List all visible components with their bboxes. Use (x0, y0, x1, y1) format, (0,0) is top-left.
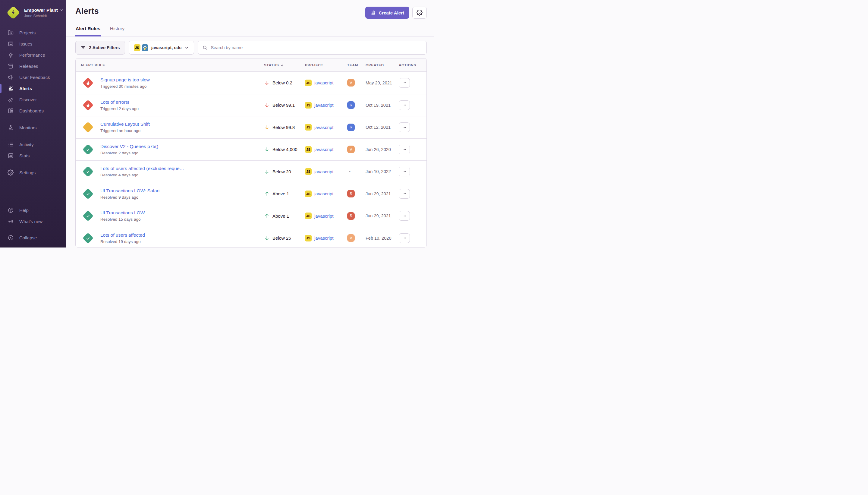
status-cell: Below 0.2 (264, 80, 305, 86)
team-cell: V (347, 234, 366, 242)
search-input[interactable] (211, 45, 422, 50)
team-avatar[interactable]: R (347, 101, 355, 109)
column-header-project: PROJECT (305, 63, 347, 67)
table-header-row: ALERT RULESTATUSPROJECTTEAMCREATEDACTION… (76, 58, 427, 72)
team-avatar[interactable]: S (347, 190, 355, 198)
team-avatar[interactable]: S (347, 212, 355, 220)
alert-rule-link[interactable]: Lots of users affected (100, 233, 145, 238)
team-avatar[interactable]: V (347, 234, 355, 242)
project-link[interactable]: javascript (314, 102, 333, 108)
sidebar-item-user-feedback[interactable]: User Feedback (0, 72, 66, 83)
team-avatar[interactable]: V (347, 146, 355, 153)
flame-icon (83, 77, 94, 88)
team-cell: R (347, 101, 366, 109)
table-row: UI Transactions LOW Resolved 15 days ago… (76, 205, 427, 227)
sidebar-item-dashboards[interactable]: Dashboards (0, 105, 66, 116)
project-link[interactable]: javascript (314, 214, 333, 219)
gear-icon (417, 10, 422, 16)
main-content: Alerts Create Alert Alert Rules History … (66, 0, 434, 248)
collapse-icon (7, 235, 14, 241)
created-date: May 29, 2021 (366, 81, 399, 85)
tab-alert-rules[interactable]: Alert Rules (75, 24, 101, 36)
row-actions-button[interactable] (399, 145, 410, 154)
check-icon (83, 233, 94, 243)
row-actions-button[interactable] (399, 233, 410, 243)
tab-history[interactable]: History (110, 24, 125, 36)
sidebar-item-performance[interactable]: Performance (0, 49, 66, 61)
alert-rule-link[interactable]: UI Transactions LOW (100, 210, 145, 216)
sidebar-item-label: Projects (19, 30, 36, 35)
no-team-dash: - (347, 169, 350, 174)
team-avatar[interactable]: R (347, 124, 355, 131)
arrow-down-icon (264, 147, 270, 152)
sidebar-item-releases[interactable]: Releases (0, 61, 66, 72)
alert-rule-link[interactable]: Lots of errors! (100, 100, 139, 105)
alert-rule-link[interactable]: Cumulative Layout Shift (100, 121, 150, 127)
sidebar-item-label: Help (19, 208, 29, 213)
arrow-up-icon (264, 191, 270, 197)
team-avatar[interactable]: V (347, 79, 355, 86)
project-link[interactable]: javascript (314, 80, 333, 85)
row-actions-button[interactable] (399, 167, 410, 176)
column-header-team: TEAM (347, 63, 366, 67)
sidebar-item-monitors[interactable]: Monitors (0, 122, 66, 133)
status-cell: Above 1 (264, 191, 305, 197)
created-date: Jun 29, 2021 (366, 191, 399, 196)
sidebar-item-settings[interactable]: Settings (0, 167, 66, 178)
create-alert-button[interactable]: Create Alert (365, 7, 409, 19)
org-switcher[interactable]: Empower Plant Jane Schmidt (0, 0, 66, 19)
row-actions-button[interactable] (399, 211, 410, 221)
sidebar-item-what-s-new[interactable]: What's new (0, 216, 66, 227)
siren-icon (370, 10, 376, 16)
nav-section: Monitors (0, 122, 66, 133)
alert-rule-link[interactable]: Lots of users affected (excludes reque… (100, 166, 184, 171)
filters-row: 2 Active Filters JS javascript, cdc (66, 36, 434, 54)
column-header-actions: ACTIONS (399, 63, 422, 67)
javascript-platform-icon: JS (305, 212, 312, 219)
alert-rule-link[interactable]: UI Transactions LOW: Safari (100, 188, 159, 193)
created-date: Feb 10, 2020 (366, 236, 399, 241)
project-link[interactable]: javascript (314, 125, 333, 130)
check-icon (83, 188, 94, 199)
project-selector-dropdown[interactable]: JS javascript, cdc (129, 41, 194, 54)
status-cell: Below 25 (264, 235, 305, 241)
project-link[interactable]: javascript (314, 191, 333, 196)
app-root: Empower Plant Jane Schmidt ProjectsIssue… (0, 0, 434, 248)
sidebar-item-discover[interactable]: Discover (0, 94, 66, 105)
sidebar-item-help[interactable]: Help (0, 205, 66, 216)
sidebar-item-label: Releases (19, 64, 38, 69)
project-link[interactable]: javascript (314, 236, 333, 241)
alert-rules-table-body: Signup page is too slow Triggered 30 min… (76, 72, 427, 248)
sidebar: Empower Plant Jane Schmidt ProjectsIssue… (0, 0, 66, 248)
sidebar-item-projects[interactable]: Projects (0, 27, 66, 38)
row-actions-button[interactable] (399, 100, 410, 110)
page-title: Alerts (75, 7, 99, 16)
project-link[interactable]: javascript (314, 169, 333, 174)
alert-rule-subtitle: Triggered 2 days ago (100, 106, 139, 111)
row-actions-button[interactable] (399, 189, 410, 199)
arrow-down-icon (264, 124, 270, 130)
javascript-project-icon: JS (134, 44, 140, 51)
alert-rule-link[interactable]: Discover V2 - Queries p75() (100, 144, 158, 149)
row-actions-button[interactable] (399, 78, 410, 88)
active-filters-button[interactable]: 2 Active Filters (75, 41, 125, 54)
filter-icon (81, 45, 86, 50)
alert-rule-subtitle: Resolved 2 days ago (100, 151, 158, 155)
column-header-status[interactable]: STATUS (264, 63, 305, 67)
sidebar-item-activity[interactable]: Activity (0, 139, 66, 150)
sidebar-item-stats[interactable]: Stats (0, 150, 66, 161)
row-actions-button[interactable] (399, 122, 410, 132)
project-cell: JS javascript (305, 146, 347, 153)
team-cell: V (347, 79, 366, 86)
project-link[interactable]: javascript (314, 147, 333, 152)
sidebar-item-issues[interactable]: Issues (0, 38, 66, 49)
alert-rule-link[interactable]: Signup page is too slow (100, 77, 150, 83)
sidebar-item-label: Dashboards (19, 108, 44, 113)
sidebar-item-label: Monitors (19, 125, 37, 130)
project-cell: JS javascript (305, 124, 347, 131)
sidebar-collapse-button[interactable]: Collapse (0, 232, 66, 243)
whats-new-icon (7, 218, 14, 225)
settings-button[interactable] (412, 7, 427, 19)
sidebar-item-alerts[interactable]: Alerts (0, 83, 66, 94)
activity-icon (7, 141, 14, 148)
